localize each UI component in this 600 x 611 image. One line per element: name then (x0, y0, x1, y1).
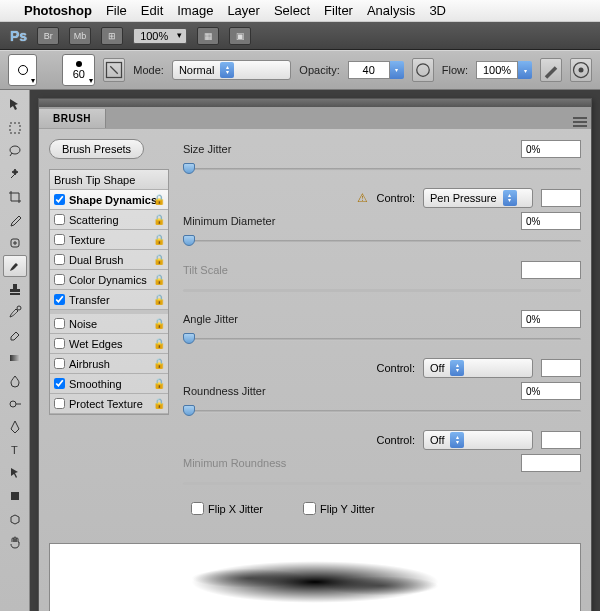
texture-checkbox[interactable] (54, 234, 65, 245)
protect-texture-checkbox[interactable] (54, 398, 65, 409)
brush-tab[interactable]: BRUSH (39, 109, 106, 128)
dual-brush-row[interactable]: Dual Brush🔒 (50, 250, 168, 270)
eyedropper-tool[interactable] (3, 209, 27, 231)
menu-layer[interactable]: Layer (227, 3, 260, 18)
lock-icon[interactable]: 🔒 (153, 234, 165, 245)
brush-tip-shape-row[interactable]: Brush Tip Shape (50, 170, 168, 190)
menu-image[interactable]: Image (177, 3, 213, 18)
lock-icon[interactable]: 🔒 (153, 294, 165, 305)
lock-icon[interactable]: 🔒 (153, 318, 165, 329)
history-brush-tool[interactable] (3, 301, 27, 323)
round-jitter-slider[interactable] (183, 404, 581, 418)
hand-tool[interactable] (3, 531, 27, 553)
color-dynamics-checkbox[interactable] (54, 274, 65, 285)
3d-tool[interactable] (3, 508, 27, 530)
menu-analysis[interactable]: Analysis (367, 3, 415, 18)
transfer-checkbox[interactable] (54, 294, 65, 305)
brush-presets-button[interactable]: Brush Presets (49, 139, 144, 159)
view-extras-button[interactable]: ⊞ (101, 27, 123, 45)
brush-preset-picker[interactable]: 60 (62, 54, 95, 86)
noise-checkbox[interactable] (54, 318, 65, 329)
mode-select[interactable]: Normal▴▾ (172, 60, 291, 80)
wand-tool[interactable] (3, 163, 27, 185)
flow-input[interactable] (476, 61, 518, 79)
scattering-checkbox[interactable] (54, 214, 65, 225)
smoothing-checkbox[interactable] (54, 378, 65, 389)
flow-dropdown[interactable]: ▾ (518, 61, 532, 79)
opacity-input[interactable] (348, 61, 390, 79)
zoom-select[interactable]: 100% (133, 28, 187, 44)
transfer-row[interactable]: Transfer🔒 (50, 290, 168, 310)
type-tool[interactable]: T (3, 439, 27, 461)
smoothing-row[interactable]: Smoothing🔒 (50, 374, 168, 394)
angle-control-input[interactable] (541, 359, 581, 377)
pen-tool[interactable] (3, 416, 27, 438)
color-dynamics-row[interactable]: Color Dynamics🔒 (50, 270, 168, 290)
texture-row[interactable]: Texture🔒 (50, 230, 168, 250)
panel-grip[interactable] (39, 99, 591, 107)
stamp-tool[interactable] (3, 278, 27, 300)
noise-row[interactable]: Noise🔒 (50, 314, 168, 334)
menu-select[interactable]: Select (274, 3, 310, 18)
round-control-select[interactable]: Off▴▾ (423, 430, 533, 450)
shape-dynamics-row[interactable]: Shape Dynamics🔒 (50, 190, 168, 210)
tablet-opacity-button[interactable] (412, 58, 434, 82)
scattering-row[interactable]: Scattering🔒 (50, 210, 168, 230)
lock-icon[interactable]: 🔒 (153, 398, 165, 409)
flip-x-checkbox[interactable] (191, 502, 204, 515)
angle-control-select[interactable]: Off▴▾ (423, 358, 533, 378)
gradient-tool[interactable] (3, 347, 27, 369)
marquee-tool[interactable] (3, 117, 27, 139)
tool-preset-picker[interactable] (8, 54, 37, 86)
size-jitter-input[interactable] (521, 140, 581, 158)
panel-menu-icon[interactable] (573, 117, 587, 127)
size-control-select[interactable]: Pen Pressure▴▾ (423, 188, 533, 208)
flip-x-option[interactable]: Flip X Jitter (191, 502, 263, 515)
airbrush-row[interactable]: Airbrush🔒 (50, 354, 168, 374)
menu-edit[interactable]: Edit (141, 3, 163, 18)
min-diameter-slider[interactable] (183, 234, 581, 248)
opacity-dropdown[interactable]: ▾ (390, 61, 404, 79)
angle-jitter-slider[interactable] (183, 332, 581, 346)
menu-file[interactable]: File (106, 3, 127, 18)
dodge-tool[interactable] (3, 393, 27, 415)
lock-icon[interactable]: 🔒 (153, 358, 165, 369)
lock-icon[interactable]: 🔒 (153, 194, 165, 205)
crop-tool[interactable] (3, 186, 27, 208)
brush-tool[interactable] (3, 255, 27, 277)
lock-icon[interactable]: 🔒 (153, 214, 165, 225)
app-menu[interactable]: Photoshop (24, 3, 92, 18)
wet-edges-row[interactable]: Wet Edges🔒 (50, 334, 168, 354)
flip-y-option[interactable]: Flip Y Jitter (303, 502, 375, 515)
minibridge-button[interactable]: Mb (69, 27, 91, 45)
wet-edges-checkbox[interactable] (54, 338, 65, 349)
menu-filter[interactable]: Filter (324, 3, 353, 18)
eraser-tool[interactable] (3, 324, 27, 346)
round-control-input[interactable] (541, 431, 581, 449)
lock-icon[interactable]: 🔒 (153, 378, 165, 389)
path-select-tool[interactable] (3, 462, 27, 484)
dual-brush-checkbox[interactable] (54, 254, 65, 265)
lock-icon[interactable]: 🔒 (153, 274, 165, 285)
tablet-size-button[interactable] (570, 58, 592, 82)
arrange-button[interactable]: ▦ (197, 27, 219, 45)
blur-tool[interactable] (3, 370, 27, 392)
angle-jitter-input[interactable] (521, 310, 581, 328)
flip-y-checkbox[interactable] (303, 502, 316, 515)
round-jitter-input[interactable] (521, 382, 581, 400)
shape-dynamics-checkbox[interactable] (54, 194, 65, 205)
bridge-button[interactable]: Br (37, 27, 59, 45)
move-tool[interactable] (3, 94, 27, 116)
screenmode-button[interactable]: ▣ (229, 27, 251, 45)
heal-tool[interactable] (3, 232, 27, 254)
airbrush-button[interactable] (540, 58, 562, 82)
airbrush-checkbox[interactable] (54, 358, 65, 369)
size-jitter-slider[interactable] (183, 162, 581, 176)
menu-3d[interactable]: 3D (429, 3, 446, 18)
protect-texture-row[interactable]: Protect Texture🔒 (50, 394, 168, 414)
lock-icon[interactable]: 🔒 (153, 338, 165, 349)
lasso-tool[interactable] (3, 140, 27, 162)
min-diameter-input[interactable] (521, 212, 581, 230)
lock-icon[interactable]: 🔒 (153, 254, 165, 265)
shape-tool[interactable] (3, 485, 27, 507)
